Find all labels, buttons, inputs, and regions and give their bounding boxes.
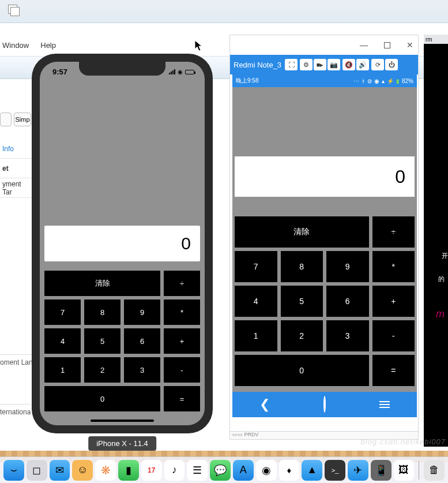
dock-preview-icon[interactable]: 🖼	[394, 460, 415, 481]
key-minus[interactable]: -	[372, 320, 415, 351]
key-8[interactable]: 8	[84, 299, 121, 325]
key-clear[interactable]: 清除	[44, 271, 160, 296]
iphone-screen: 9:57 ◉ 0 清除 ÷ 7 8 9 * 4 5 6	[40, 62, 205, 425]
volume-down-button[interactable]: 🔇	[342, 59, 355, 70]
dock-calendar-icon[interactable]: 17	[141, 460, 162, 481]
volume-up-button[interactable]: 🔊	[356, 59, 369, 70]
key-1[interactable]: 1	[235, 320, 277, 351]
key-minus[interactable]: -	[164, 357, 200, 383]
key-5[interactable]: 5	[84, 328, 121, 354]
watermark-text: blog.csdn.net/kebi007	[361, 437, 446, 446]
minimize-button[interactable]: —	[360, 42, 367, 48]
bluetooth-icon: ᚼ	[362, 78, 365, 84]
window-icon	[10, 7, 20, 16]
device-name-label: Redmi Note_3	[234, 61, 281, 69]
key-plus[interactable]: +	[372, 286, 415, 317]
status-right: ◉	[169, 69, 194, 75]
android-screen: 晚上9:58 ⋯ ᚼ ⊘ ◉ ▴ ⚡ ▮ 82% 0 清除 ÷ 7 8 9 * …	[232, 74, 417, 417]
right-dark-panel: rm 开 的 m	[424, 35, 448, 447]
screenshot-button[interactable]: 📷	[327, 59, 340, 70]
record-button[interactable]: ■▸	[314, 59, 326, 70]
home-button[interactable]	[323, 397, 326, 412]
dock-mail-icon[interactable]: ✉	[50, 460, 70, 481]
battery-icon	[185, 70, 194, 74]
key-9[interactable]: 9	[326, 251, 369, 282]
dock-terminal-icon[interactable]: >_	[325, 460, 345, 481]
toolbar-button[interactable]	[0, 113, 12, 126]
close-button[interactable]: ✕	[406, 42, 413, 48]
right-label: 的	[438, 275, 445, 283]
dock-photos-icon[interactable]: ❋	[95, 460, 116, 481]
simp-button[interactable]: Simp	[14, 113, 31, 126]
dock-testflight-icon[interactable]: ✈	[348, 460, 368, 481]
key-divide[interactable]: ÷	[164, 271, 200, 296]
key-2[interactable]: 2	[281, 320, 323, 351]
dock-trash-icon[interactable]: 🗑	[424, 460, 445, 481]
iphone-device-frame: 9:57 ◉ 0 清除 ÷ 7 8 9 * 4 5 6	[32, 54, 213, 433]
calculator-app: 0 清除 ÷ 7 8 9 * 4 5 6 + 1 2 3 - 0	[44, 226, 200, 411]
wifi-icon: ◉	[178, 69, 183, 75]
dock-itunes-icon[interactable]: ♪	[164, 460, 185, 481]
dock-simulator-icon[interactable]: 📱	[371, 460, 391, 481]
macos-dock: ⌣◻✉☺❋▮17♪☰💬A◉⬧▲>_✈📱🖼🗑	[0, 456, 448, 483]
settings-button[interactable]: ⚙	[300, 59, 313, 70]
key-4[interactable]: 4	[44, 328, 81, 354]
key-3[interactable]: 3	[326, 320, 369, 351]
dock-appstore-icon[interactable]: A	[233, 460, 254, 481]
sidebar-item[interactable]: yment Tar	[0, 178, 32, 198]
dock-facetime-icon[interactable]: ▮	[118, 460, 139, 481]
dock-maps-icon[interactable]: ⬧	[279, 460, 300, 481]
key-0[interactable]: 0	[235, 355, 369, 386]
android-calc-app: 0 清除 ÷ 7 8 9 * 4 5 6 + 1 2 3 - 0 =	[232, 87, 417, 388]
key-9[interactable]: 9	[124, 299, 160, 325]
key-5[interactable]: 5	[281, 286, 323, 317]
key-multiply[interactable]: *	[164, 299, 200, 325]
maximize-button[interactable]	[383, 42, 390, 48]
battery-percent: 82%	[402, 78, 413, 84]
power-button[interactable]: ⏻	[385, 59, 398, 70]
sidebar-item-info[interactable]: Info	[0, 139, 32, 159]
dock-contacts-icon[interactable]: ☺	[72, 460, 93, 481]
key-equals[interactable]: =	[164, 386, 200, 411]
key-8[interactable]: 8	[281, 251, 323, 282]
dock-xcode-icon[interactable]: ▲	[302, 460, 322, 481]
dock-reminders-icon[interactable]: ☰	[187, 460, 208, 481]
key-7[interactable]: 7	[44, 299, 81, 325]
android-status-bar: 晚上9:58 ⋯ ᚼ ⊘ ◉ ▴ ⚡ ▮ 82%	[232, 74, 417, 87]
dock-divider	[419, 461, 419, 480]
key-6[interactable]: 6	[124, 328, 160, 354]
signal-icon: ▴	[382, 78, 385, 84]
key-0[interactable]: 0	[44, 386, 160, 411]
key-2[interactable]: 2	[84, 357, 121, 383]
key-clear[interactable]: 清除	[235, 216, 369, 248]
dock-finder-icon[interactable]: ⌣	[3, 460, 24, 481]
key-plus[interactable]: +	[164, 328, 200, 354]
key-equals[interactable]: =	[372, 355, 415, 386]
android-mirror-window: — ✕ Redmi Note_3 ⛶ ⚙ ■▸ 📷 🔇 🔊 ⟳ ⏻ 晚上9:58…	[229, 35, 419, 440]
dock-messages-icon[interactable]: 💬	[210, 460, 231, 481]
mirror-toolbar: Redmi Note_3 ⛶ ⚙ ■▸ 📷 🔇 🔊 ⟳ ⏻	[230, 55, 418, 74]
menu-window[interactable]: Window	[2, 41, 29, 56]
sidebar-item[interactable]: et	[0, 159, 32, 178]
key-6[interactable]: 6	[326, 286, 369, 317]
home-indicator[interactable]	[91, 420, 154, 422]
android-status-right: ⋯ ᚼ ⊘ ◉ ▴ ⚡ ▮ 82%	[353, 78, 413, 84]
sidebar-label: oment Lan	[0, 354, 33, 366]
key-4[interactable]: 4	[235, 286, 277, 317]
dock-safari-icon[interactable]: ◉	[256, 460, 277, 481]
android-calc-display: 0	[235, 156, 415, 197]
key-multiply[interactable]: *	[372, 251, 415, 282]
fullscreen-button[interactable]: ⛶	[285, 59, 298, 70]
key-1[interactable]: 1	[44, 357, 81, 383]
right-label: 开	[442, 252, 448, 260]
key-divide[interactable]: ÷	[372, 216, 415, 248]
recents-button[interactable]	[379, 401, 390, 408]
back-button[interactable]: ❮	[259, 397, 270, 412]
key-7[interactable]: 7	[235, 251, 277, 282]
dock-launchpad-icon[interactable]: ◻	[27, 460, 47, 481]
sidebar-label: ternationa	[0, 404, 31, 416]
editor-toolbar	[0, 0, 448, 23]
key-3[interactable]: 3	[124, 357, 160, 383]
wifi-icon: ◉	[374, 78, 379, 84]
rotate-button[interactable]: ⟳	[371, 59, 384, 70]
